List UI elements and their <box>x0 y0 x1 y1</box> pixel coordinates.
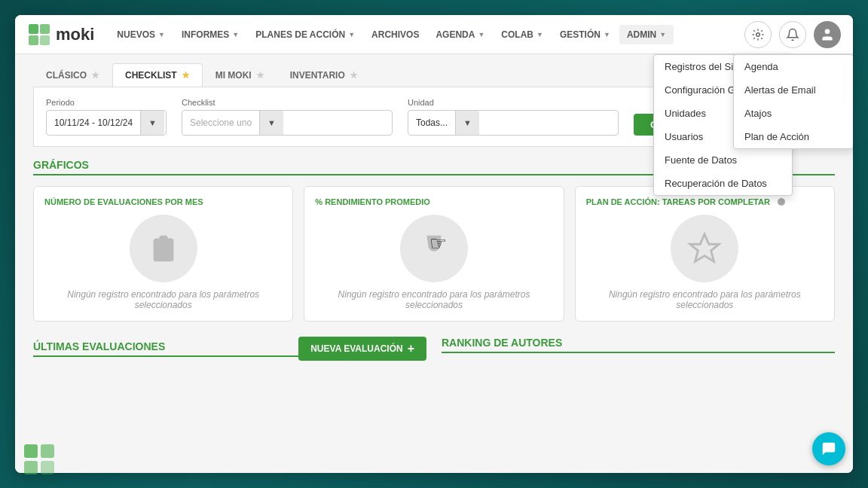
registros-sub-alertas[interactable]: Alertas de Email <box>734 78 853 102</box>
nav-item-nuevos[interactable]: NUEVOS ▼ <box>109 25 173 44</box>
admin-menu-fuente[interactable]: Fuente de Datos <box>654 148 792 172</box>
nav-item-archivos[interactable]: ARCHIVOS <box>364 25 426 44</box>
registros-sub-plan[interactable]: Plan de Acción <box>734 125 853 148</box>
nav-item-planes[interactable]: PLANES DE ACCIÓN ▼ <box>248 25 362 44</box>
card-rendimiento: % RENDIMIENTO PROMEDIO Ningún registro e… <box>304 186 564 322</box>
notification-icon-btn[interactable] <box>779 21 806 48</box>
bottom-left: ÚLTIMAS EVALUACIONES NUEVA EVALUACIÓN + <box>33 337 426 367</box>
star-icon: ★ <box>91 70 99 81</box>
registros-sub-atajos[interactable]: Atajos <box>734 102 853 125</box>
star-icon: ★ <box>182 70 190 81</box>
chevron-down-icon: ▼ <box>478 31 484 38</box>
svg-point-5 <box>825 29 830 34</box>
card-evaluaciones-icon-area <box>44 214 282 283</box>
svg-marker-6 <box>690 234 719 261</box>
cards-grid: NÚMERO DE EVALUACIONES POR MES Ningún re… <box>33 186 835 322</box>
bottom-logo <box>23 443 56 476</box>
logo: moki <box>27 23 94 47</box>
star-icon: ★ <box>256 70 264 81</box>
svg-rect-8 <box>41 444 54 458</box>
card-plan-empty: Ningún registro encontrado para los pará… <box>586 289 824 310</box>
nueva-evaluacion-button[interactable]: NUEVA EVALUACIÓN + <box>298 337 426 361</box>
periodo-select[interactable]: 10/11/24 - 10/12/24 ▼ <box>46 110 167 136</box>
chevron-down-icon: ▼ <box>604 31 610 38</box>
chevron-down-icon: ▼ <box>232 31 239 38</box>
chevron-down-icon: ▼ <box>348 31 355 38</box>
svg-rect-1 <box>40 24 50 34</box>
unidad-label: Unidad <box>408 98 619 107</box>
filter-periodo: Periodo 10/11/24 - 10/12/24 ▼ <box>46 98 167 136</box>
bottom-right: RANKING DE AUTORES <box>442 337 835 364</box>
filter-checklist: Checklist Seleccione uno ▼ <box>182 98 393 136</box>
nav-item-gestion[interactable]: GESTIÓN ▼ <box>552 25 618 44</box>
checklist-placeholder: Seleccione uno <box>182 113 259 133</box>
card-plan-icon-area <box>586 214 824 283</box>
nav-item-admin[interactable]: ADMIN ▼ <box>619 25 674 44</box>
svg-rect-0 <box>29 24 38 34</box>
card-plan-accion-title: PLAN DE ACCIÓN: TAREAS POR COMPLETAR <box>586 197 824 206</box>
app-window: moki NUEVOS ▼ INFORMES ▼ PLANES DE ACCIÓ… <box>15 15 853 473</box>
ultimas-header: ÚLTIMAS EVALUACIONES NUEVA EVALUACIÓN + <box>33 337 426 361</box>
nav-item-colab[interactable]: COLAB ▼ <box>494 25 551 44</box>
checklist-dropdown-btn[interactable]: ▼ <box>259 111 283 135</box>
nav-items: NUEVOS ▼ INFORMES ▼ PLANES DE ACCIÓN ▼ A… <box>109 25 744 44</box>
registros-submenu: Agenda Alertas de Email Atajos Plan de A… <box>733 54 853 149</box>
star-icon: ★ <box>350 70 358 81</box>
tab-clasico[interactable]: CLÁSICO ★ <box>33 63 112 87</box>
card-evaluaciones: NÚMERO DE EVALUACIONES POR MES Ningún re… <box>33 186 293 322</box>
nav-right <box>744 21 841 48</box>
registros-sub-agenda[interactable]: Agenda <box>734 55 853 78</box>
svg-point-4 <box>756 32 760 36</box>
logo-icon <box>27 23 51 47</box>
filter-unidad: Unidad Todas... ▼ <box>408 98 619 136</box>
chevron-down-icon: ▼ <box>158 31 165 38</box>
logo-text: moki <box>56 25 94 44</box>
unidad-value: Todas... <box>408 113 455 133</box>
card-evaluaciones-empty: Ningún registro encontrado para los pará… <box>44 289 282 310</box>
checklist-select[interactable]: Seleccione uno ▼ <box>182 110 393 136</box>
admin-menu-recuperacion[interactable]: Recuperación de Datos <box>654 172 792 195</box>
bottom-section: ÚLTIMAS EVALUACIONES NUEVA EVALUACIÓN + … <box>33 337 835 367</box>
chat-button[interactable] <box>812 432 845 465</box>
nav-item-informes[interactable]: INFORMES ▼ <box>174 25 246 44</box>
plus-icon: + <box>408 342 414 355</box>
ultimas-section-title: ÚLTIMAS EVALUACIONES <box>33 340 298 357</box>
card-rendimiento-icon-area <box>315 214 552 283</box>
periodo-label: Periodo <box>46 98 167 107</box>
ranking-section-title: RANKING DE AUTORES <box>442 337 835 353</box>
tab-checklist[interactable]: CHECKLIST ★ <box>112 63 203 87</box>
nav-item-agenda[interactable]: AGENDA ▼ <box>428 25 492 44</box>
avatar[interactable] <box>814 21 841 48</box>
card-rendimiento-empty: Ningún registro encontrado para los pará… <box>315 289 552 310</box>
list-icon <box>130 215 197 282</box>
chevron-down-icon: ▼ <box>536 31 543 38</box>
svg-rect-7 <box>24 444 38 458</box>
info-dot <box>778 198 785 206</box>
svg-rect-10 <box>41 461 54 474</box>
svg-rect-2 <box>29 35 38 45</box>
checklist-label: Checklist <box>182 98 393 107</box>
unidad-dropdown-btn[interactable]: ▼ <box>455 111 479 135</box>
periodo-value: 10/11/24 - 10/12/24 <box>47 113 140 133</box>
card-evaluaciones-title: NÚMERO DE EVALUACIONES POR MES <box>44 197 282 206</box>
card-plan-accion: PLAN DE ACCIÓN: TAREAS POR COMPLETAR Nin… <box>575 186 835 322</box>
svg-rect-3 <box>40 35 50 45</box>
settings-icon-btn[interactable] <box>744 21 772 48</box>
navbar: moki NUEVOS ▼ INFORMES ▼ PLANES DE ACCIÓ… <box>15 15 853 54</box>
unidad-select[interactable]: Todas... ▼ <box>408 110 619 136</box>
tab-mi-moki[interactable]: MI MOKI ★ <box>203 63 277 87</box>
tab-inventario[interactable]: INVENTARIO ★ <box>277 63 371 87</box>
chevron-down-icon: ▼ <box>659 31 666 38</box>
card-rendimiento-title: % RENDIMIENTO PROMEDIO <box>315 197 552 206</box>
target-icon <box>671 215 738 282</box>
periodo-dropdown-btn[interactable]: ▼ <box>140 111 164 135</box>
svg-rect-9 <box>24 461 38 474</box>
trophy-icon <box>400 215 468 282</box>
